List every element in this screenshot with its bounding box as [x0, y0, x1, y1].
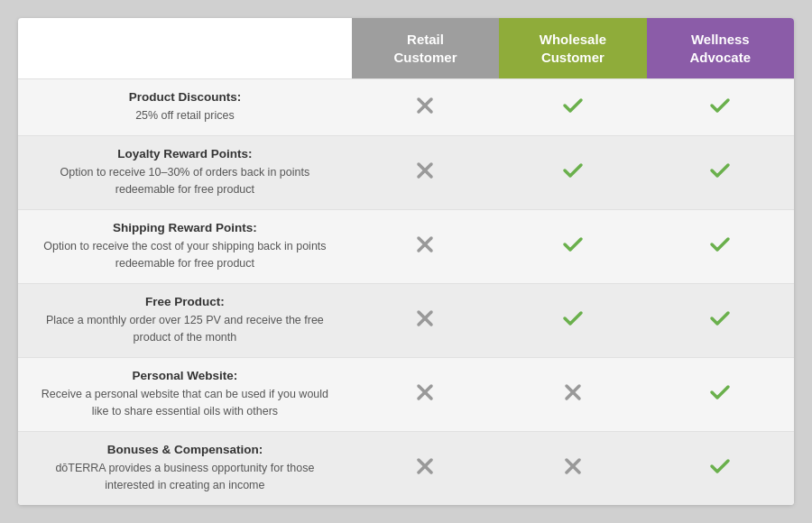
feature-desc: Place a monthly order over 125 PV and re…	[46, 314, 324, 344]
wellness-cell-shipping-reward	[647, 209, 794, 283]
wellness-cell-free-product	[647, 283, 794, 357]
check-icon	[708, 454, 732, 478]
check-icon	[561, 159, 585, 182]
cross-icon	[413, 307, 437, 330]
wholesale-cell-loyalty-reward	[499, 135, 646, 209]
cross-icon	[561, 454, 585, 478]
table-row: Product Discounts: 25% off retail prices	[18, 79, 794, 136]
feature-desc: Receive a personal website that can be u…	[42, 388, 328, 418]
table-row: Loyalty Reward Points: Option to receive…	[18, 135, 794, 209]
feature-desc: dōTERRA provides a business opportunity …	[55, 462, 314, 492]
cross-icon	[561, 381, 585, 404]
feature-cell-free-product: Free Product: Place a monthly order over…	[18, 283, 352, 357]
wholesale-cell-personal-website	[499, 357, 646, 431]
header-wellness: WellnessAdvocate	[647, 18, 794, 79]
wellness-cell-loyalty-reward	[647, 135, 794, 209]
feature-title: Loyalty Reward Points:	[34, 147, 336, 161]
cross-icon	[413, 233, 437, 256]
retail-cell-loyalty-reward	[352, 135, 499, 209]
table-row: Free Product: Place a monthly order over…	[18, 283, 794, 357]
check-icon	[561, 307, 585, 330]
feature-cell-bonuses-compensation: Bonuses & Compensation: dōTERRA provides…	[18, 431, 352, 505]
check-icon	[561, 233, 585, 256]
wholesale-cell-product-discounts	[499, 79, 646, 136]
feature-title: Product Discounts:	[34, 90, 336, 104]
table-row: Personal Website: Receive a personal web…	[18, 357, 794, 431]
feature-desc: Option to receive 10–30% of orders back …	[60, 166, 310, 197]
cross-icon	[413, 381, 437, 404]
table-row: Bonuses & Compensation: dōTERRA provides…	[18, 431, 794, 505]
wellness-cell-bonuses-compensation	[647, 431, 794, 505]
comparison-table: RetailCustomer WholesaleCustomer Wellnes…	[18, 18, 794, 505]
wholesale-cell-bonuses-compensation	[499, 431, 646, 505]
check-icon	[708, 381, 732, 404]
header-retail: RetailCustomer	[352, 18, 499, 79]
check-icon	[708, 233, 732, 256]
check-icon	[708, 94, 732, 117]
feature-title: Free Product:	[34, 295, 336, 308]
wellness-cell-personal-website	[647, 357, 794, 431]
header-wholesale: WholesaleCustomer	[499, 18, 646, 79]
retail-cell-personal-website	[352, 357, 499, 431]
retail-cell-product-discounts	[352, 79, 499, 136]
feature-cell-product-discounts: Product Discounts: 25% off retail prices	[18, 79, 352, 136]
check-icon	[708, 159, 732, 182]
feature-desc: Option to receive the cost of your shipp…	[43, 240, 326, 271]
header-empty	[18, 18, 352, 79]
wellness-cell-product-discounts	[647, 79, 794, 136]
retail-cell-shipping-reward	[352, 209, 499, 283]
retail-cell-bonuses-compensation	[352, 431, 499, 505]
check-icon	[708, 307, 732, 330]
feature-title: Personal Website:	[34, 369, 336, 382]
feature-cell-shipping-reward: Shipping Reward Points: Option to receiv…	[18, 209, 352, 283]
feature-title: Shipping Reward Points:	[34, 221, 336, 234]
cross-icon	[413, 159, 437, 182]
feature-cell-personal-website: Personal Website: Receive a personal web…	[18, 357, 352, 431]
cross-icon	[413, 454, 437, 478]
retail-cell-free-product	[352, 283, 499, 357]
wholesale-cell-free-product	[499, 283, 646, 357]
check-icon	[561, 94, 585, 117]
feature-title: Bonuses & Compensation:	[34, 443, 336, 456]
feature-cell-loyalty-reward: Loyalty Reward Points: Option to receive…	[18, 135, 352, 209]
comparison-table-wrapper: RetailCustomer WholesaleCustomer Wellnes…	[18, 18, 794, 505]
table-row: Shipping Reward Points: Option to receiv…	[18, 209, 794, 283]
feature-desc: 25% off retail prices	[135, 109, 235, 122]
cross-icon	[413, 94, 437, 117]
wholesale-cell-shipping-reward	[499, 209, 646, 283]
